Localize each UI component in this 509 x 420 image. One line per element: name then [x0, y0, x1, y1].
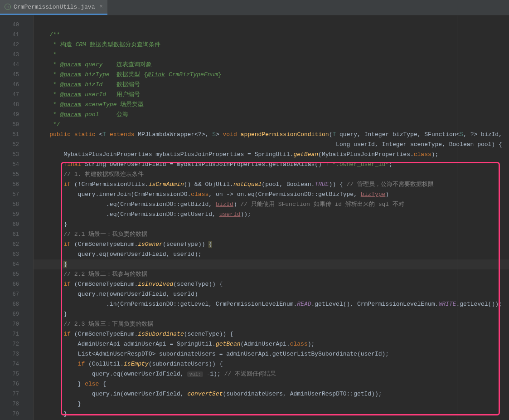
- code-line: public static <T extends MPJLambdaWrappe…: [34, 130, 509, 140]
- line-number: 58: [0, 200, 27, 210]
- line-number: 64: [0, 259, 27, 269]
- line-number: 56: [0, 180, 27, 190]
- line-number: 79: [0, 409, 27, 419]
- line-number: 59: [0, 210, 27, 220]
- editor: 4041424344454647484950515253545556575859…: [0, 15, 509, 420]
- file-tab[interactable]: C CrmPermissionUtils.java ×: [0, 0, 107, 15]
- code-line: [34, 20, 509, 30]
- code-line: // 2.1 场景一：我负责的数据: [34, 230, 509, 239]
- line-number: 52: [0, 140, 27, 150]
- code-line: * @param userId 用户编号: [34, 90, 509, 100]
- fold-bar: [27, 15, 34, 420]
- code-line: // 2.3 场景三：下属负责的数据: [34, 319, 509, 329]
- code-line: if (CrmSceneTypeEnum.isSubordinate(scene…: [34, 329, 509, 339]
- code-line: * 构造 CRM 数据类型数据分页查询条件: [34, 40, 509, 50]
- code-line: * @param pool 公海: [34, 110, 509, 120]
- line-number: 72: [0, 339, 27, 349]
- code-line: // 2.2 场景二：我参与的数据: [34, 269, 509, 279]
- line-number: 55: [0, 170, 27, 180]
- line-number: 41: [0, 30, 27, 40]
- code-line: }: [34, 409, 509, 419]
- code-line: * @param query 连表查询对象: [34, 60, 509, 70]
- line-number: 47: [0, 90, 27, 100]
- line-number: 40: [0, 20, 27, 30]
- line-number: 42: [0, 40, 27, 50]
- line-number: 71: [0, 329, 27, 339]
- code-line: final String ownerUserIdField = mybatisP…: [34, 160, 509, 170]
- line-number: 61: [0, 230, 27, 239]
- code-line: * @param sceneType 场景类型: [34, 100, 509, 110]
- line-number: 63: [0, 249, 27, 259]
- code-line: }: [34, 309, 509, 319]
- code-line: }: [34, 399, 509, 409]
- code-line: query.innerJoin(CrmPermissionDO.class, o…: [34, 190, 509, 200]
- code-line: .eq(CrmPermissionDO::getBizId, bizId) //…: [34, 200, 509, 210]
- line-number: 46: [0, 80, 27, 90]
- code-line: List<AdminUserRespDTO> subordinateUsers …: [34, 349, 509, 359]
- line-number: 62: [0, 239, 27, 249]
- line-number: 75: [0, 369, 27, 379]
- line-number: 49: [0, 110, 27, 120]
- java-class-icon: C: [5, 4, 11, 10]
- line-number: 51: [0, 130, 27, 140]
- line-number: 76: [0, 379, 27, 389]
- line-number: 53: [0, 150, 27, 160]
- line-number: 65: [0, 269, 27, 279]
- line-number: 74: [0, 359, 27, 369]
- code-line: /**: [34, 30, 509, 40]
- code-line: // 1. 构建数据权限连表条件: [34, 170, 509, 180]
- line-number: 54: [0, 160, 27, 170]
- code-line: .eq(CrmPermissionDO::getUserId, userId))…: [34, 210, 509, 220]
- right-margin-guide: [457, 15, 457, 420]
- code-line: Long userId, Integer sceneType, Boolean …: [34, 140, 509, 150]
- line-number: 77: [0, 389, 27, 399]
- code-line: query.eq(ownerUserIdField, val: -1); // …: [34, 369, 509, 379]
- line-number: 48: [0, 100, 27, 110]
- line-number: 67: [0, 289, 27, 299]
- line-number: 66: [0, 279, 27, 289]
- code-line: if (CrmSceneTypeEnum.isInvolved(sceneTyp…: [34, 279, 509, 289]
- line-number-gutter: 4041424344454647484950515253545556575859…: [0, 15, 27, 420]
- code-line: * @param bizType 数据类型 {@link CrmBizTypeE…: [34, 70, 509, 80]
- code-line: .in(CrmPermissionDO::getLevel, CrmPermis…: [34, 299, 509, 309]
- code-line: query.in(ownerUserIdField, convertSet(su…: [34, 389, 509, 399]
- code-line: } else {: [34, 379, 509, 389]
- code-line: AdminUserApi adminUserApi = SpringUtil.g…: [34, 339, 509, 349]
- code-line: }: [34, 220, 509, 230]
- tab-filename: CrmPermissionUtils.java: [14, 4, 95, 10]
- code-area[interactable]: /** * 构造 CRM 数据类型数据分页查询条件 * * @param que…: [34, 15, 509, 420]
- code-line: if (!CrmPermissionUtils.isCrmAdmin() && …: [34, 180, 509, 190]
- line-number: 50: [0, 120, 27, 130]
- code-line: if (CollUtil.isEmpty(subordinateUsers)) …: [34, 359, 509, 369]
- line-number: 78: [0, 399, 27, 409]
- code-line-current: }: [34, 259, 509, 269]
- code-line: *: [34, 50, 509, 60]
- tab-bar: C CrmPermissionUtils.java ×: [0, 0, 509, 15]
- line-number: 57: [0, 190, 27, 200]
- code-line: * @param bizId 数据编号: [34, 80, 509, 90]
- line-number: 43: [0, 50, 27, 60]
- line-number: 73: [0, 349, 27, 359]
- line-number: 60: [0, 220, 27, 230]
- line-number: 44: [0, 60, 27, 70]
- code-line: query.eq(ownerUserIdField, userId);: [34, 249, 509, 259]
- close-icon[interactable]: ×: [99, 4, 102, 10]
- code-line: query.ne(ownerUserIdField, userId): [34, 289, 509, 299]
- line-number: 45: [0, 70, 27, 80]
- code-line: if (CrmSceneTypeEnum.isOwner(sceneType))…: [34, 239, 509, 249]
- line-number: 70: [0, 319, 27, 329]
- code-line: */: [34, 120, 509, 130]
- code-line: MybatisPlusJoinProperties mybatisPlusJoi…: [34, 150, 509, 160]
- line-number: 68: [0, 299, 27, 309]
- line-number: 69: [0, 309, 27, 319]
